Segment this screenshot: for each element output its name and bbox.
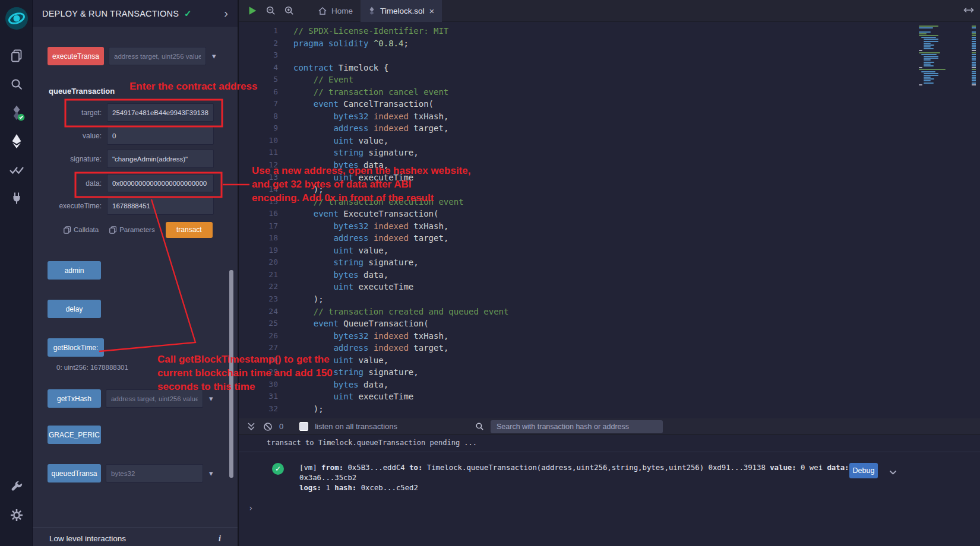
queuedTransactions-button[interactable]: queuedTransa — [48, 464, 101, 482]
log-segment: data: — [827, 464, 849, 472]
info-icon[interactable]: i — [219, 534, 221, 544]
listen-all-transactions-checkbox[interactable] — [299, 422, 308, 431]
tab-timelock[interactable]: Timelock.sol × — [361, 0, 442, 22]
delay-button[interactable]: delay — [48, 300, 101, 318]
chevron-down-icon[interactable]: ▾ — [212, 52, 216, 61]
terminal-search-icon — [475, 422, 484, 431]
plugin-manager-icon — [10, 191, 24, 205]
tx-log-line1: [vm] from: 0x5B3...eddC4 to: Timelock.qu… — [299, 463, 852, 483]
line-number: 30 — [239, 379, 278, 391]
terminal-prompt[interactable]: › — [248, 503, 253, 513]
code-line: 30 bytes data, — [239, 379, 915, 391]
tabs: Home Timelock.sol × — [311, 0, 442, 22]
line-number: 4 — [239, 62, 278, 74]
value-input[interactable] — [107, 126, 214, 145]
rail-file-explorer[interactable] — [0, 42, 33, 70]
admin-button[interactable]: admin — [48, 261, 101, 280]
tx-log-line2: logs: 1 hash: 0xceb...c5ed2 — [299, 483, 852, 493]
line-number: 27 — [239, 342, 278, 354]
ruler-mark — [972, 52, 976, 53]
chevron-down-icon[interactable]: ▾ — [209, 394, 213, 403]
minimap-line — [919, 35, 938, 36]
terminal-search-input[interactable] — [491, 420, 663, 433]
tab-home[interactable]: Home — [311, 0, 361, 22]
line-number: 20 — [239, 256, 278, 269]
transact-button[interactable]: transact — [166, 222, 213, 238]
copy-icon — [64, 226, 71, 234]
collapse-terminal-button[interactable] — [247, 422, 255, 431]
getBlockTimestamp-button[interactable]: getBlockTime: — [48, 338, 104, 357]
rail-search[interactable] — [0, 70, 33, 99]
line-number: 32 — [239, 403, 278, 415]
queuedTransactions-row: queuedTransa ▾ — [48, 464, 213, 482]
solidity-file-icon — [368, 7, 375, 15]
zoom-in-button[interactable] — [284, 5, 295, 16]
expand-horizontal-icon[interactable] — [963, 5, 974, 16]
panel-title: DEPLOY & RUN TRANSACTIONS — [42, 9, 179, 18]
data-input[interactable] — [107, 174, 214, 192]
parameters-copy[interactable]: Parameters — [109, 226, 154, 234]
tab-home-label: Home — [331, 7, 353, 15]
rail-debugger[interactable] — [0, 472, 33, 501]
minimap-line — [919, 67, 922, 68]
ruler-mark — [972, 64, 976, 65]
rail-unit-testing[interactable] — [0, 155, 33, 184]
minimap-content[interactable] — [919, 26, 964, 86]
target-input[interactable] — [107, 103, 214, 122]
low-level-label: Low level interactions — [49, 534, 126, 543]
ruler-mark — [972, 78, 976, 80]
executetime-input[interactable] — [107, 196, 214, 215]
code-line: 29 string signature, — [239, 366, 915, 379]
log-chevron-down-icon[interactable] — [889, 467, 897, 478]
transaction-log-entry[interactable]: ✓ [vm] from: 0x5B3...eddC4 to: Timelock.… — [239, 463, 980, 493]
minimap-line — [924, 58, 938, 59]
clear-console-button[interactable] — [263, 422, 273, 431]
grace-period-button[interactable]: GRACE_PERIC — [48, 426, 101, 444]
data-label: data: — [49, 179, 102, 188]
executeTransaction-button[interactable]: executeTransa — [48, 47, 104, 65]
ruler-mark — [972, 54, 976, 55]
minimap-line — [924, 75, 938, 76]
queue-actions-row: Calldata Parameters transact — [64, 221, 213, 238]
getTxHash-args-input[interactable] — [106, 389, 203, 408]
queuedTransactions-args-input[interactable] — [106, 464, 203, 482]
executeTransaction-args-input[interactable] — [109, 47, 206, 65]
close-tab-icon[interactable]: × — [429, 6, 435, 16]
minimap-line — [924, 78, 934, 80]
ruler-mark — [972, 29, 976, 30]
getTxHash-button[interactable]: getTxHash — [48, 389, 101, 408]
line-number: 1 — [239, 25, 278, 37]
line-number: 5 — [239, 74, 278, 86]
run-script-button[interactable] — [247, 5, 258, 16]
rail-settings[interactable] — [0, 501, 33, 529]
chevron-down-icon[interactable]: ▾ — [209, 469, 213, 478]
panel-header: DEPLOY & RUN TRANSACTIONS ✓ › — [33, 0, 238, 27]
line-number: 26 — [239, 330, 278, 342]
minimap-line — [924, 82, 934, 84]
gear-icon — [10, 508, 24, 522]
rail-deploy-and-run[interactable] — [0, 127, 33, 155]
ruler-mark — [972, 31, 976, 33]
ruler-mark — [972, 37, 976, 38]
panel-check-icon: ✓ — [184, 8, 192, 19]
code-lines[interactable]: 1// SPDX-License-Identifier: MIT2pragma … — [239, 25, 915, 418]
signature-input[interactable] — [107, 150, 214, 168]
line-number: 3 — [239, 49, 278, 62]
ruler-mark — [972, 33, 976, 34]
log-segment: 0x3a6...35cb2 — [299, 474, 356, 482]
remix-logo-icon — [4, 5, 30, 31]
rail-plugin-manager[interactable] — [0, 184, 33, 212]
calldata-copy[interactable]: Calldata — [64, 226, 99, 234]
debug-button[interactable]: Debug — [849, 463, 878, 478]
panel-scrollbar[interactable] — [229, 270, 233, 478]
rail-solidity-compiler[interactable] — [0, 99, 33, 127]
panel-collapse-icon[interactable]: › — [224, 7, 228, 20]
code-line: 24 // transaction created and queued eve… — [239, 306, 915, 318]
minimap-line — [924, 56, 938, 57]
minimap-line — [924, 48, 934, 49]
log-segment: hash: — [334, 484, 356, 492]
signature-label: signature: — [49, 155, 102, 163]
zoom-out-button[interactable] — [265, 5, 276, 16]
rail-remix-logo[interactable] — [0, 0, 33, 37]
minimap-line — [924, 46, 931, 47]
